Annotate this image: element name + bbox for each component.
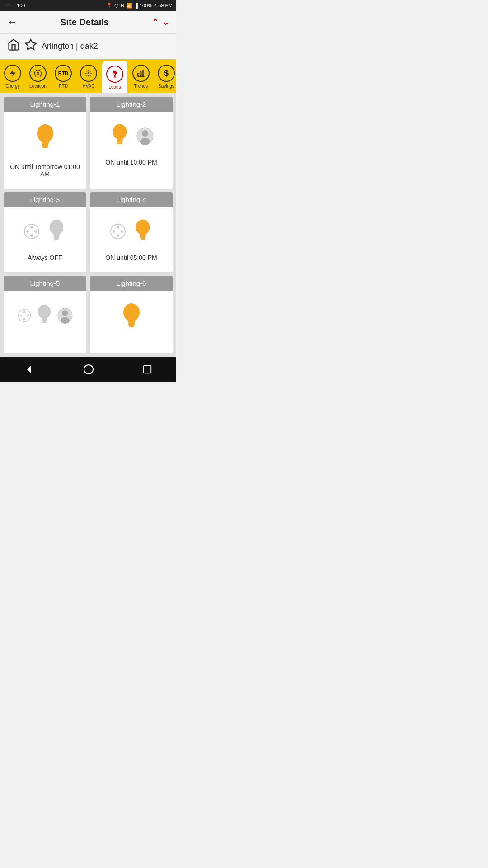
rtd-tab-icon: RTD — [55, 65, 72, 82]
loads-tab-icon — [106, 66, 123, 83]
battery-100-icon: 100 — [17, 3, 25, 8]
svg-rect-8 — [140, 72, 141, 76]
svg-rect-6 — [114, 77, 116, 78]
card-lighting-2-title: Lighting-2 — [90, 97, 173, 112]
nav-recent-button[interactable] — [142, 364, 152, 374]
cards-grid: Lighting-1 ON until Tomorrow 01:00 AM — [0, 93, 176, 357]
menu-icon: ⋯ — [4, 3, 9, 9]
svg-point-18 — [113, 124, 127, 139]
svg-rect-64 — [143, 366, 151, 373]
tab-loads[interactable]: Loads — [102, 61, 127, 93]
svg-rect-41 — [140, 236, 145, 238]
svg-rect-13 — [42, 144, 48, 146]
svg-rect-9 — [142, 71, 144, 76]
svg-point-26 — [30, 226, 33, 229]
hvac-tab-icon — [80, 65, 97, 82]
svg-point-54 — [61, 317, 70, 324]
svg-rect-51 — [42, 321, 46, 323]
bottom-nav — [0, 357, 176, 382]
svg-point-35 — [117, 226, 119, 229]
svg-rect-57 — [128, 323, 135, 325]
schedule-icon-5 — [17, 308, 32, 325]
card-lighting-6-title: Lighting-6 — [90, 276, 173, 291]
svg-rect-56 — [128, 321, 135, 323]
svg-rect-21 — [117, 143, 122, 144]
svg-rect-20 — [117, 141, 122, 142]
card-lighting-1[interactable]: Lighting-1 ON until Tomorrow 01:00 AM — [4, 97, 86, 189]
bulb-on-icon — [33, 123, 58, 156]
savings-tab-icon: $ — [158, 65, 175, 82]
card-lighting-3-icons — [23, 214, 67, 250]
nav-back-button[interactable] — [24, 364, 35, 375]
card-lighting-6-status — [130, 339, 133, 346]
card-lighting-5[interactable]: Lighting-5 — [4, 276, 86, 353]
rtd-tab-label: RTD — [59, 84, 68, 89]
location-tab-label: Location — [29, 84, 47, 89]
svg-rect-12 — [42, 142, 49, 144]
energy-tab-label: Energy — [5, 84, 20, 89]
svg-point-39 — [136, 219, 150, 235]
svg-point-23 — [142, 130, 148, 137]
svg-rect-33 — [54, 238, 58, 240]
location-icon: 📍 — [106, 3, 113, 9]
site-name: Arlington | qak2 — [42, 42, 98, 51]
tab-trends[interactable]: Trends — [128, 60, 154, 92]
card-lighting-6[interactable]: Lighting-6 — [90, 276, 173, 353]
tab-location[interactable]: Location — [25, 60, 51, 92]
favorite-icon[interactable] — [24, 38, 37, 54]
nav-home-button[interactable] — [83, 364, 94, 375]
card-lighting-2[interactable]: Lighting-2 — [90, 97, 173, 189]
svg-marker-62 — [27, 366, 31, 373]
signal-icon: ▐ — [134, 3, 138, 8]
card-lighting-4-body: ON until 05:00 PM — [90, 207, 173, 272]
card-lighting-3-status: Always OFF — [26, 250, 64, 265]
tab-energy[interactable]: Energy — [0, 60, 25, 92]
card-lighting-3-body: Always OFF — [4, 207, 86, 272]
card-lighting-5-icons — [17, 298, 73, 335]
svg-point-46 — [19, 314, 22, 316]
schedule-icon-4 — [109, 223, 127, 242]
svg-point-53 — [62, 310, 68, 316]
header: ← Site Details ⌃ ⌄ — [0, 11, 176, 34]
back-button[interactable]: ← — [7, 16, 17, 28]
svg-point-30 — [49, 219, 63, 235]
site-bar: Arlington | qak2 — [0, 34, 176, 59]
tab-savings[interactable]: $ Savings — [154, 60, 176, 92]
svg-point-38 — [121, 230, 123, 233]
card-lighting-4[interactable]: Lighting-4 — [90, 192, 173, 272]
svg-rect-7 — [138, 73, 139, 76]
nav-down-button[interactable]: ⌄ — [162, 17, 169, 27]
card-lighting-4-icons — [109, 214, 154, 250]
tab-hvac[interactable]: HVAC — [76, 60, 101, 92]
header-nav: ⌃ ⌄ — [152, 17, 169, 27]
nav-up-button[interactable]: ⌃ — [152, 17, 159, 27]
home-icon — [7, 38, 20, 54]
card-lighting-1-status: ON until Tomorrow 01:00 AM — [7, 160, 83, 181]
svg-rect-19 — [117, 139, 123, 141]
time: 4:59 PM — [154, 3, 173, 8]
svg-point-3 — [88, 73, 89, 74]
card-lighting-6-icons — [119, 298, 144, 339]
battery-percent: 100% — [140, 3, 152, 8]
svg-rect-49 — [41, 318, 47, 320]
svg-marker-1 — [9, 70, 16, 77]
svg-point-2 — [37, 72, 39, 75]
card-lighting-3[interactable]: Lighting-3 — [4, 192, 86, 272]
user-icon-5 — [57, 307, 73, 326]
user-icon-2 — [136, 127, 154, 147]
bulb-off-icon-5 — [34, 303, 54, 330]
card-lighting-5-status — [43, 335, 47, 342]
tab-rtd[interactable]: RTD RTD — [51, 60, 76, 92]
svg-rect-32 — [54, 236, 59, 238]
location-tab-icon — [29, 65, 47, 82]
status-left: ⋯ f ! 100 — [4, 3, 25, 9]
svg-point-63 — [84, 365, 93, 374]
bulb-on-icon-6 — [119, 302, 144, 335]
card-lighting-1-icons — [33, 119, 58, 160]
card-lighting-5-title: Lighting-5 — [4, 276, 86, 291]
svg-point-36 — [117, 234, 119, 237]
bulb-on-icon-4 — [132, 218, 154, 247]
card-lighting-4-title: Lighting-4 — [90, 192, 173, 207]
status-bar: ⋯ f ! 100 📍 ⬡ N 📶 ▐ 100% 4:59 PM — [0, 0, 176, 11]
card-lighting-1-body: ON until Tomorrow 01:00 AM — [4, 112, 86, 189]
